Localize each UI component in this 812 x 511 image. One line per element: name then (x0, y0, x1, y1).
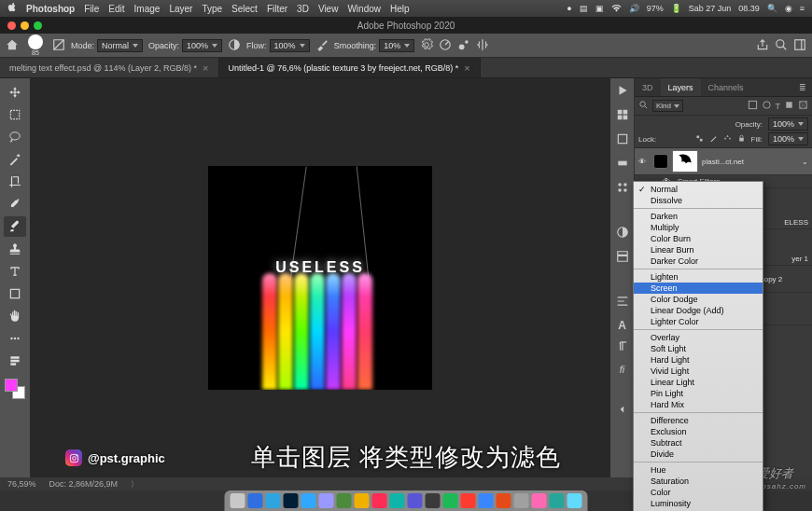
blend-option-exclusion[interactable]: Exclusion (634, 426, 763, 437)
panel-align-icon[interactable] (616, 295, 629, 311)
blend-option-subtract[interactable]: Subtract (634, 437, 763, 449)
layer-item[interactable]: 👁 plasti...ct.net ⌄ (635, 148, 812, 175)
panel-play-icon[interactable] (616, 84, 629, 101)
share-icon[interactable] (756, 38, 769, 53)
menu-type[interactable]: Type (202, 4, 222, 14)
smoothing-input[interactable]: 10% (379, 39, 414, 52)
panel-tab-3d[interactable]: 3D (635, 78, 661, 96)
dock-app-16[interactable] (514, 493, 529, 508)
dock-app-13[interactable] (461, 493, 476, 508)
blend-option-luminosity[interactable]: Luminosity (634, 498, 763, 509)
window-minimize-button[interactable] (21, 21, 29, 30)
blend-option-lighten[interactable]: Lighten (634, 271, 763, 283)
close-icon[interactable]: × (203, 62, 208, 74)
dock-app-14[interactable] (479, 493, 494, 508)
menu-layer[interactable]: Layer (169, 4, 192, 14)
dock-app-7[interactable] (355, 493, 370, 508)
pressure-opacity-icon[interactable] (228, 38, 241, 53)
eye-icon[interactable]: 👁 (638, 158, 650, 166)
dock-app-11[interactable] (426, 493, 441, 508)
status-wifi-icon[interactable] (611, 4, 622, 14)
status-camera-icon[interactable]: ▣ (595, 4, 604, 13)
doc-info[interactable]: Doc: 2,86M/26,9M (49, 479, 119, 489)
status-menu-icon[interactable]: ▤ (580, 4, 588, 13)
filter-adjust-icon[interactable] (762, 100, 772, 112)
status-record-icon[interactable]: ● (567, 4, 571, 13)
panel-adjust-icon[interactable] (616, 226, 629, 242)
move-tool[interactable] (4, 82, 26, 103)
blend-option-screen[interactable]: Screen (634, 283, 763, 294)
dock-app-4[interactable] (301, 493, 316, 508)
menu-select[interactable]: Select (231, 4, 258, 14)
flow-input[interactable]: 100% (270, 39, 310, 52)
layer-thumb[interactable] (653, 154, 668, 169)
app-name[interactable]: Photoshop (26, 4, 75, 14)
dock-app-8[interactable] (372, 493, 387, 508)
window-fullscreen-button[interactable] (34, 21, 42, 30)
status-battery[interactable]: 97% (647, 4, 664, 13)
blend-option-hard-light[interactable]: Hard Light (634, 354, 763, 366)
stamp-tool[interactable] (4, 239, 26, 259)
opacity-input[interactable]: 100% (182, 39, 222, 52)
panel-patterns-icon[interactable] (616, 181, 629, 198)
zoom-level[interactable]: 76,59% (7, 479, 36, 489)
blend-option-normal[interactable]: Normal (634, 184, 763, 195)
blend-option-linear-dodge-add-[interactable]: Linear Dodge (Add) (634, 305, 763, 316)
dock-app-18[interactable] (550, 493, 565, 508)
hand-tool[interactable] (4, 306, 26, 326)
menu-edit[interactable]: Edit (108, 4, 124, 14)
symmetry-icon[interactable] (476, 38, 489, 53)
blend-option-hue[interactable]: Hue (634, 464, 763, 476)
filter-kind-select[interactable]: Kind (652, 100, 683, 112)
eyedropper-tool[interactable] (4, 194, 26, 214)
workspace-icon[interactable] (793, 38, 806, 53)
dock-app-5[interactable] (319, 493, 334, 508)
crop-tool[interactable] (4, 172, 26, 192)
blend-option-darken[interactable]: Darken (634, 211, 763, 222)
document-tab-2[interactable]: Untitled-1 @ 76,6% (plastic texture 3 by… (219, 58, 481, 77)
blend-option-linear-light[interactable]: Linear Light (634, 377, 763, 388)
lock-transparency-icon[interactable] (695, 134, 704, 145)
filter-shape-icon[interactable] (784, 100, 794, 112)
blend-option-pin-light[interactable]: Pin Light (634, 388, 763, 399)
panel-para-icon[interactable] (616, 339, 629, 356)
panel-char-icon[interactable]: A (618, 319, 626, 332)
canvas-area[interactable]: USELESS (30, 78, 610, 477)
search-icon[interactable] (638, 100, 649, 112)
document-tab-1[interactable]: melting text effect.psd @ 114% (Layer 2,… (0, 58, 219, 77)
blend-option-linear-burn[interactable]: Linear Burn (634, 244, 763, 256)
menu-3d[interactable]: 3D (297, 4, 309, 14)
blend-mode-dropdown[interactable]: NormalDissolveDarkenMultiplyColor BurnLi… (633, 181, 763, 511)
filter-type-icon[interactable]: T (776, 102, 781, 111)
menu-filter[interactable]: Filter (267, 4, 287, 14)
type-tool[interactable] (4, 261, 26, 282)
dock-app-12[interactable] (443, 493, 458, 508)
dock-app-2[interactable] (266, 493, 281, 508)
dock-app-0[interactable] (231, 493, 245, 508)
status-battery-icon[interactable]: 🔋 (671, 4, 681, 13)
blend-option-divide[interactable]: Divide (634, 449, 763, 460)
macos-dock[interactable] (225, 490, 588, 511)
canvas[interactable]: USELESS (208, 166, 432, 390)
airbrush-icon[interactable] (315, 38, 329, 53)
search-icon[interactable] (775, 38, 788, 53)
panel-tab-layers[interactable]: Layers (661, 78, 701, 96)
blend-option-color-dodge[interactable]: Color Dodge (634, 294, 763, 305)
lock-position-icon[interactable] (723, 134, 732, 145)
color-swatches[interactable] (5, 379, 25, 399)
panel-menu-icon[interactable]: ≣ (793, 83, 812, 92)
dock-app-15[interactable] (497, 493, 511, 508)
marquee-tool[interactable] (4, 104, 26, 125)
apple-menu-icon[interactable] (7, 3, 17, 14)
menu-help[interactable]: Help (390, 4, 410, 14)
menu-view[interactable]: View (318, 4, 339, 14)
blend-option-color-burn[interactable]: Color Burn (634, 233, 763, 244)
edit-toolbar-icon[interactable] (4, 351, 26, 371)
wand-tool[interactable] (4, 149, 26, 170)
gear-icon[interactable] (420, 38, 433, 53)
panel-gradients-icon[interactable] (616, 157, 629, 173)
panel-swatches-icon[interactable] (616, 132, 629, 149)
dock-app-17[interactable] (532, 493, 547, 508)
layer-opacity-input[interactable]: 100% (768, 117, 808, 131)
window-close-button[interactable] (7, 21, 16, 30)
